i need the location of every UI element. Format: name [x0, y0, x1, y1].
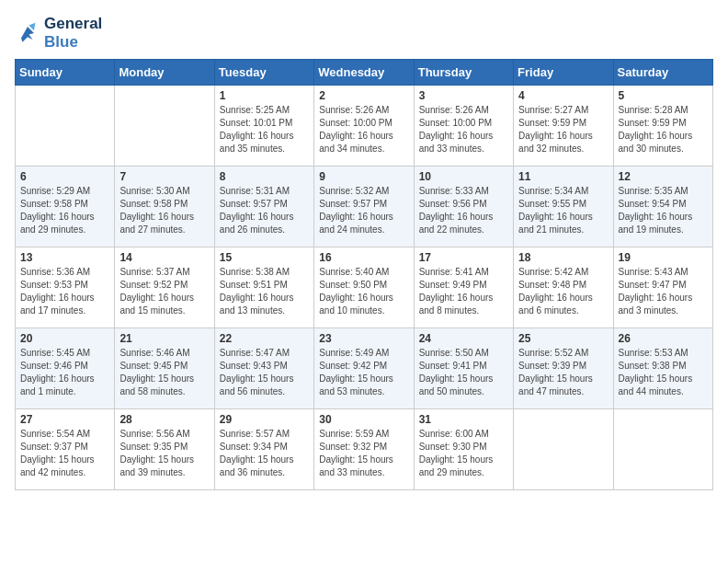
column-header-friday: Friday	[514, 60, 613, 86]
calendar-cell	[115, 86, 214, 167]
column-header-sunday: Sunday	[16, 60, 115, 86]
calendar-cell: 11Sunrise: 5:34 AM Sunset: 9:55 PM Dayli…	[514, 167, 613, 247]
calendar-cell: 2Sunrise: 5:26 AM Sunset: 10:00 PM Dayli…	[314, 86, 414, 167]
page-header: General Blue	[15, 15, 713, 52]
day-number: 18	[518, 251, 608, 264]
cell-sun-info: Sunrise: 5:29 AM Sunset: 9:58 PM Dayligh…	[20, 185, 109, 236]
day-number: 12	[619, 170, 708, 183]
logo: General Blue	[15, 15, 102, 52]
cell-sun-info: Sunrise: 5:37 AM Sunset: 9:52 PM Dayligh…	[119, 266, 209, 317]
day-number: 16	[319, 251, 408, 264]
day-number: 4	[518, 89, 608, 102]
calendar-cell: 9Sunrise: 5:32 AM Sunset: 9:57 PM Daylig…	[314, 167, 414, 247]
cell-sun-info: Sunrise: 5:34 AM Sunset: 9:55 PM Dayligh…	[518, 185, 608, 236]
calendar-cell: 26Sunrise: 5:53 AM Sunset: 9:38 PM Dayli…	[613, 328, 712, 409]
day-number: 25	[518, 332, 608, 345]
calendar-cell: 3Sunrise: 5:26 AM Sunset: 10:00 PM Dayli…	[414, 86, 513, 167]
cell-sun-info: Sunrise: 5:45 AM Sunset: 9:46 PM Dayligh…	[20, 347, 109, 398]
cell-sun-info: Sunrise: 5:25 AM Sunset: 10:01 PM Daylig…	[220, 104, 309, 155]
calendar-week-1: 1Sunrise: 5:25 AM Sunset: 10:01 PM Dayli…	[16, 86, 713, 167]
cell-sun-info: Sunrise: 5:32 AM Sunset: 9:57 PM Dayligh…	[319, 185, 408, 236]
day-number: 2	[319, 89, 408, 102]
day-number: 5	[619, 89, 708, 102]
day-number: 14	[119, 251, 209, 264]
cell-sun-info: Sunrise: 5:57 AM Sunset: 9:34 PM Dayligh…	[220, 428, 309, 479]
calendar-cell: 4Sunrise: 5:27 AM Sunset: 9:59 PM Daylig…	[514, 86, 613, 167]
day-number: 23	[319, 332, 408, 345]
cell-sun-info: Sunrise: 5:50 AM Sunset: 9:41 PM Dayligh…	[419, 347, 508, 398]
calendar-cell: 25Sunrise: 5:52 AM Sunset: 9:39 PM Dayli…	[514, 328, 613, 409]
calendar-cell: 31Sunrise: 6:00 AM Sunset: 9:30 PM Dayli…	[414, 409, 513, 490]
calendar-cell: 24Sunrise: 5:50 AM Sunset: 9:41 PM Dayli…	[414, 328, 513, 409]
day-number: 22	[220, 332, 309, 345]
calendar-cell: 18Sunrise: 5:42 AM Sunset: 9:48 PM Dayli…	[514, 247, 613, 328]
day-number: 24	[419, 332, 508, 345]
calendar-cell: 12Sunrise: 5:35 AM Sunset: 9:54 PM Dayli…	[613, 167, 712, 247]
cell-sun-info: Sunrise: 5:47 AM Sunset: 9:43 PM Dayligh…	[220, 347, 309, 398]
calendar-cell: 17Sunrise: 5:41 AM Sunset: 9:49 PM Dayli…	[414, 247, 513, 328]
cell-sun-info: Sunrise: 5:28 AM Sunset: 9:59 PM Dayligh…	[619, 104, 708, 155]
cell-sun-info: Sunrise: 5:35 AM Sunset: 9:54 PM Dayligh…	[619, 185, 708, 236]
cell-sun-info: Sunrise: 5:36 AM Sunset: 9:53 PM Dayligh…	[20, 266, 109, 317]
cell-sun-info: Sunrise: 5:43 AM Sunset: 9:47 PM Dayligh…	[619, 266, 708, 317]
logo-text: General Blue	[44, 15, 102, 52]
column-header-saturday: Saturday	[613, 60, 712, 86]
cell-sun-info: Sunrise: 5:27 AM Sunset: 9:59 PM Dayligh…	[518, 104, 608, 155]
calendar-week-2: 6Sunrise: 5:29 AM Sunset: 9:58 PM Daylig…	[16, 167, 713, 247]
column-header-monday: Monday	[115, 60, 214, 86]
day-number: 31	[419, 413, 508, 426]
cell-sun-info: Sunrise: 5:42 AM Sunset: 9:48 PM Dayligh…	[518, 266, 608, 317]
calendar-cell: 30Sunrise: 5:59 AM Sunset: 9:32 PM Dayli…	[314, 409, 414, 490]
day-number: 20	[20, 332, 109, 345]
day-number: 15	[220, 251, 309, 264]
calendar-cell: 20Sunrise: 5:45 AM Sunset: 9:46 PM Dayli…	[16, 328, 115, 409]
calendar-cell: 19Sunrise: 5:43 AM Sunset: 9:47 PM Dayli…	[613, 247, 712, 328]
cell-sun-info: Sunrise: 5:38 AM Sunset: 9:51 PM Dayligh…	[220, 266, 309, 317]
day-number: 28	[119, 413, 209, 426]
day-number: 13	[20, 251, 109, 264]
cell-sun-info: Sunrise: 5:30 AM Sunset: 9:58 PM Dayligh…	[119, 185, 209, 236]
calendar-cell: 7Sunrise: 5:30 AM Sunset: 9:58 PM Daylig…	[115, 167, 214, 247]
day-number: 11	[518, 170, 608, 183]
day-number: 30	[319, 413, 408, 426]
calendar-cell	[16, 86, 115, 167]
calendar-cell: 29Sunrise: 5:57 AM Sunset: 9:34 PM Dayli…	[214, 409, 313, 490]
day-number: 10	[419, 170, 508, 183]
calendar-cell: 1Sunrise: 5:25 AM Sunset: 10:01 PM Dayli…	[214, 86, 313, 167]
calendar-cell: 6Sunrise: 5:29 AM Sunset: 9:58 PM Daylig…	[16, 167, 115, 247]
column-header-thursday: Thursday	[414, 60, 513, 86]
cell-sun-info: Sunrise: 5:49 AM Sunset: 9:42 PM Dayligh…	[319, 347, 408, 398]
calendar-cell: 15Sunrise: 5:38 AM Sunset: 9:51 PM Dayli…	[214, 247, 313, 328]
cell-sun-info: Sunrise: 5:26 AM Sunset: 10:00 PM Daylig…	[419, 104, 508, 155]
cell-sun-info: Sunrise: 5:53 AM Sunset: 9:38 PM Dayligh…	[619, 347, 708, 398]
calendar-cell: 21Sunrise: 5:46 AM Sunset: 9:45 PM Dayli…	[115, 328, 214, 409]
cell-sun-info: Sunrise: 5:59 AM Sunset: 9:32 PM Dayligh…	[319, 428, 408, 479]
day-number: 7	[119, 170, 209, 183]
calendar-cell	[613, 409, 712, 490]
calendar-table: SundayMondayTuesdayWednesdayThursdayFrid…	[15, 59, 713, 490]
calendar-week-3: 13Sunrise: 5:36 AM Sunset: 9:53 PM Dayli…	[16, 247, 713, 328]
day-number: 27	[20, 413, 109, 426]
day-number: 1	[220, 89, 309, 102]
day-number: 21	[119, 332, 209, 345]
day-number: 9	[319, 170, 408, 183]
calendar-cell: 13Sunrise: 5:36 AM Sunset: 9:53 PM Dayli…	[16, 247, 115, 328]
day-number: 26	[619, 332, 708, 345]
cell-sun-info: Sunrise: 5:54 AM Sunset: 9:37 PM Dayligh…	[20, 428, 109, 479]
calendar-cell: 14Sunrise: 5:37 AM Sunset: 9:52 PM Dayli…	[115, 247, 214, 328]
calendar-week-4: 20Sunrise: 5:45 AM Sunset: 9:46 PM Dayli…	[16, 328, 713, 409]
day-number: 3	[419, 89, 508, 102]
cell-sun-info: Sunrise: 6:00 AM Sunset: 9:30 PM Dayligh…	[419, 428, 508, 479]
svg-marker-0	[21, 27, 34, 42]
calendar-cell: 8Sunrise: 5:31 AM Sunset: 9:57 PM Daylig…	[214, 167, 313, 247]
day-number: 6	[20, 170, 109, 183]
calendar-cell: 28Sunrise: 5:56 AM Sunset: 9:35 PM Dayli…	[115, 409, 214, 490]
column-header-tuesday: Tuesday	[214, 60, 313, 86]
day-number: 29	[220, 413, 309, 426]
calendar-header-row: SundayMondayTuesdayWednesdayThursdayFrid…	[16, 60, 713, 86]
cell-sun-info: Sunrise: 5:31 AM Sunset: 9:57 PM Dayligh…	[220, 185, 309, 236]
cell-sun-info: Sunrise: 5:41 AM Sunset: 9:49 PM Dayligh…	[419, 266, 508, 317]
calendar-cell	[514, 409, 613, 490]
calendar-cell: 27Sunrise: 5:54 AM Sunset: 9:37 PM Dayli…	[16, 409, 115, 490]
day-number: 8	[220, 170, 309, 183]
